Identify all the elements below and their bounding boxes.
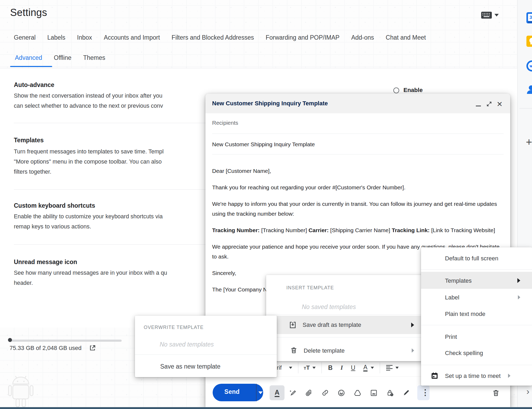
italic-icon[interactable]: I: [341, 364, 343, 371]
section-title-auto-advance: Auto-advance: [14, 81, 54, 89]
attach-file-icon[interactable]: [301, 389, 317, 397]
font-size-caret[interactable]: [312, 367, 316, 369]
menu-item-print[interactable]: Print: [445, 333, 457, 340]
menu-item-plain-text-mode[interactable]: Plain text mode: [445, 311, 485, 318]
keyboard-toggle-icon[interactable]: [481, 12, 492, 19]
menu-item-default-to-full-screen[interactable]: Default to full screen: [445, 255, 498, 262]
sidebar-divider: [519, 108, 532, 108]
tab-filters-and-blocked-addresses[interactable]: Filters and Blocked Addresses: [172, 34, 254, 41]
enable-radio-label: Enable: [403, 87, 423, 94]
font-family-select[interactable]: rif: [277, 364, 282, 371]
drive-icon[interactable]: [349, 389, 366, 397]
contacts-app-icon[interactable]: [526, 84, 532, 95]
add-addon-plus-icon[interactable]: +: [526, 136, 532, 148]
page-title: Settings: [10, 7, 47, 18]
no-saved-templates-text: No saved templates: [302, 303, 356, 311]
formatting-toolbar: rif TT B I U A: [266, 359, 425, 376]
compose-header[interactable]: New Customer Shipping Inquiry Template ✕: [205, 94, 510, 113]
keep-app-icon[interactable]: [526, 36, 532, 47]
compose-body-paragraph: Thank you for reaching out regarding you…: [212, 182, 505, 192]
insert-emoji-icon[interactable]: [333, 389, 349, 397]
align-caret[interactable]: [395, 367, 399, 369]
templates-row-highlight: [421, 272, 532, 289]
more-send-options-icon[interactable]: ⋮: [421, 388, 429, 397]
menu-item-save-as-new-template[interactable]: Save as new template: [160, 363, 220, 370]
compose-footer-icons: A: [270, 385, 414, 400]
help-me-write-icon[interactable]: [284, 389, 301, 397]
send-button[interactable]: Send: [213, 384, 263, 401]
tab-themes[interactable]: Themes: [83, 54, 105, 61]
overwrite-template-menu: OVERWRITE TEMPLATE No saved templates Sa…: [135, 316, 277, 377]
tab-accounts-and-import[interactable]: Accounts and Import: [104, 34, 160, 41]
tasks-app-icon[interactable]: [526, 60, 532, 72]
menu-item-templates[interactable]: Templates: [445, 277, 472, 284]
no-saved-templates-text: No saved templates: [160, 341, 214, 348]
bold-icon[interactable]: B: [328, 364, 333, 372]
insert-template-header: INSERT TEMPLATE: [286, 285, 334, 291]
submenu-arrow-icon: [412, 348, 414, 353]
tab-inbox[interactable]: Inbox: [77, 34, 92, 41]
submenu-arrow-icon: [508, 374, 510, 378]
tab-general[interactable]: General: [14, 34, 36, 41]
save-template-icon: [289, 321, 297, 329]
signature-pen-icon[interactable]: [398, 389, 414, 397]
keyboard-dropdown-caret[interactable]: [494, 14, 499, 16]
minimize-icon[interactable]: [476, 106, 481, 106]
tab-chat-and-meet[interactable]: Chat and Meet: [386, 34, 426, 41]
compose-body-paragraph: Dear [Customer Name],: [212, 166, 505, 176]
font-family-caret[interactable]: [289, 367, 292, 369]
subject-field[interactable]: New Customer Shipping Inquiry Template: [212, 141, 315, 148]
enable-radio[interactable]: [393, 87, 399, 93]
field-divider: [212, 133, 504, 134]
menu-item-check-spelling[interactable]: Check spelling: [445, 350, 483, 357]
insert-photo-icon[interactable]: [366, 389, 382, 397]
overwrite-template-header: OVERWRITE TEMPLATE: [144, 325, 204, 330]
tab-forwarding-and-pop-imap[interactable]: Forwarding and POP/IMAP: [266, 34, 339, 41]
gmail-settings-screen: Settings GeneralLabelsInboxAccounts and …: [0, 0, 532, 409]
tab-labels[interactable]: Labels: [47, 34, 65, 41]
compose-body-paragraph: Tracking Number: [Tracking Number] Carri…: [212, 225, 505, 235]
calendar-app-icon[interactable]: 31: [526, 12, 532, 23]
tab-add-ons[interactable]: Add-ons: [351, 34, 374, 41]
confidential-mode-icon[interactable]: [382, 389, 398, 397]
collapse-panel-chevron-icon[interactable]: ›: [526, 386, 529, 397]
submenu-arrow-icon: [518, 295, 520, 299]
section-body-auto-advance: Show the next conversation instead of yo…: [14, 91, 163, 111]
delete-template-icon: [290, 347, 298, 354]
menu-item-label[interactable]: Label: [445, 294, 459, 301]
bottom-window-edge: [0, 407, 532, 409]
discard-draft-icon[interactable]: [492, 389, 500, 397]
menu-item-save-draft-as-template[interactable]: Save draft as template: [303, 322, 361, 328]
send-label: Send: [224, 388, 240, 395]
section-title-unread-icon: Unread message icon: [14, 258, 77, 266]
align-icon[interactable]: [386, 365, 393, 371]
tab-advanced[interactable]: Advanced: [15, 54, 42, 61]
text-color-caret[interactable]: [371, 367, 374, 369]
menu-item-delete-template[interactable]: Delete template: [304, 347, 345, 354]
active-tab-underline: [10, 66, 52, 67]
submenu-arrow-icon: [517, 278, 520, 283]
more-options-menu: Default to full screen Templates Label P…: [421, 247, 532, 386]
calendar-icon: [431, 372, 439, 380]
settings-tab-row: GeneralLabelsInboxAccounts and ImportFil…: [14, 34, 426, 41]
insert-link-icon[interactable]: [317, 389, 333, 397]
android-wallpaper-doodle: [8, 373, 34, 409]
header-divider: [0, 68, 517, 68]
menu-item-set-up-a-time-to-meet[interactable]: Set up a time to meet: [445, 373, 501, 379]
underline-icon[interactable]: U: [351, 364, 356, 372]
close-icon[interactable]: ✕: [497, 100, 503, 108]
section-body-custom-shortcuts: Enable the ability to customize your key…: [14, 211, 163, 232]
formatting-options-icon[interactable]: A: [270, 389, 284, 397]
section-title-templates: Templates: [14, 137, 44, 144]
recipients-field[interactable]: Recipients: [212, 120, 238, 126]
section-body-templates: Turn frequent messages into templates to…: [14, 147, 164, 177]
font-size-icon[interactable]: TT: [304, 364, 310, 371]
storage-external-link-icon[interactable]: [89, 344, 96, 352]
tab-offline[interactable]: Offline: [54, 54, 71, 61]
storage-usage-text: 75.33 GB of 2,048 GB used: [10, 345, 81, 352]
section-body-unread-icon: See how many unread messages are in your…: [14, 268, 167, 288]
send-options-caret[interactable]: [258, 391, 263, 394]
settings-subtab-row: Advanced Offline Themes: [15, 54, 105, 61]
text-color-icon[interactable]: A: [363, 364, 367, 372]
expand-icon[interactable]: [486, 101, 492, 107]
